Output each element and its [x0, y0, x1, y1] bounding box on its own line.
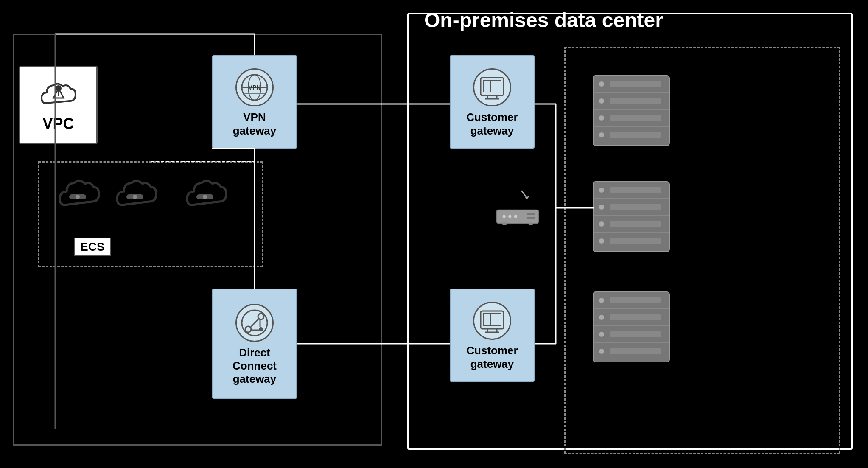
svg-point-65 — [599, 221, 604, 227]
svg-line-19 — [250, 318, 259, 328]
svg-rect-54 — [610, 115, 661, 121]
svg-rect-66 — [610, 221, 661, 227]
svg-rect-30 — [483, 314, 491, 325]
cg-top-icon-circle — [473, 68, 511, 106]
server-1 — [591, 73, 672, 149]
svg-point-73 — [599, 298, 604, 303]
svg-point-67 — [599, 238, 604, 244]
vpn-icon-circle: VPN — [235, 68, 274, 106]
customer-gateway-top-card: Customer gateway — [450, 55, 535, 149]
vpn-icon: VPN — [240, 73, 269, 102]
svg-rect-29 — [483, 314, 501, 325]
on-premises-label: On-premises data center — [424, 8, 663, 32]
svg-rect-62 — [610, 187, 661, 193]
servers-dashed-box — [564, 47, 840, 454]
customer-gateway-top-label: Customer gateway — [466, 111, 518, 137]
svg-rect-76 — [610, 314, 661, 320]
svg-rect-78 — [610, 331, 661, 337]
svg-rect-23 — [483, 80, 501, 92]
server-3 — [591, 290, 672, 366]
cg-bottom-icon — [477, 306, 507, 336]
svg-point-55 — [599, 132, 604, 137]
svg-point-4 — [76, 195, 80, 199]
svg-point-1 — [56, 86, 61, 90]
ecs-instance-3 — [184, 171, 239, 218]
svg-rect-64 — [610, 204, 661, 210]
dc-icon-circle — [235, 304, 274, 342]
svg-rect-43 — [502, 223, 507, 225]
svg-rect-74 — [610, 297, 661, 303]
svg-rect-44 — [528, 223, 533, 225]
ecs-label: ECS — [74, 238, 111, 256]
server-3-svg — [591, 290, 672, 364]
ecs-instance-1 — [56, 171, 112, 218]
svg-point-40 — [514, 215, 517, 218]
svg-point-61 — [599, 188, 604, 193]
svg-point-53 — [599, 115, 604, 121]
cg-top-icon — [477, 73, 507, 102]
svg-text:VPN: VPN — [249, 84, 261, 91]
svg-point-51 — [599, 98, 604, 104]
cloud-icon — [37, 78, 80, 112]
svg-rect-56 — [610, 132, 661, 138]
customer-gateway-bottom-card: Customer gateway — [450, 289, 535, 382]
svg-rect-50 — [610, 81, 661, 87]
svg-point-38 — [503, 215, 506, 218]
customer-gateway-bottom-label: Customer gateway — [466, 344, 518, 370]
svg-rect-41 — [527, 213, 535, 215]
svg-point-79 — [599, 349, 604, 354]
ecs-box — [38, 161, 263, 267]
vpc-label: VPC — [42, 115, 74, 133]
router-icon — [488, 187, 547, 229]
svg-rect-52 — [610, 98, 661, 104]
svg-point-75 — [599, 315, 604, 320]
svg-point-49 — [599, 81, 604, 87]
server-1-svg — [591, 73, 672, 148]
router-svg — [486, 187, 549, 229]
svg-point-63 — [599, 205, 604, 210]
dc-gateway-label: DirectConnect gateway — [217, 346, 292, 386]
vpc-card: VPC — [19, 66, 98, 144]
svg-rect-24 — [483, 80, 491, 92]
dc-icon — [240, 308, 269, 338]
svg-point-39 — [508, 215, 511, 218]
dc-gateway-card: DirectConnect gateway — [212, 289, 297, 399]
vpn-gateway-card: VPN VPNgateway — [212, 55, 297, 149]
svg-rect-68 — [610, 238, 661, 244]
svg-point-8 — [203, 195, 207, 199]
svg-line-36 — [527, 196, 529, 199]
svg-line-34 — [521, 191, 527, 198]
server-2-svg — [591, 179, 672, 254]
cg-bottom-icon-circle — [473, 302, 511, 340]
vpn-gateway-label: VPNgateway — [233, 111, 277, 137]
svg-point-77 — [599, 332, 604, 337]
ecs-instance-2 — [114, 171, 169, 218]
svg-rect-80 — [610, 348, 661, 354]
diagram-container: On-premises data center VPC — [0, 0, 868, 468]
svg-point-6 — [133, 195, 137, 199]
server-2 — [591, 179, 672, 255]
svg-rect-42 — [527, 217, 535, 219]
